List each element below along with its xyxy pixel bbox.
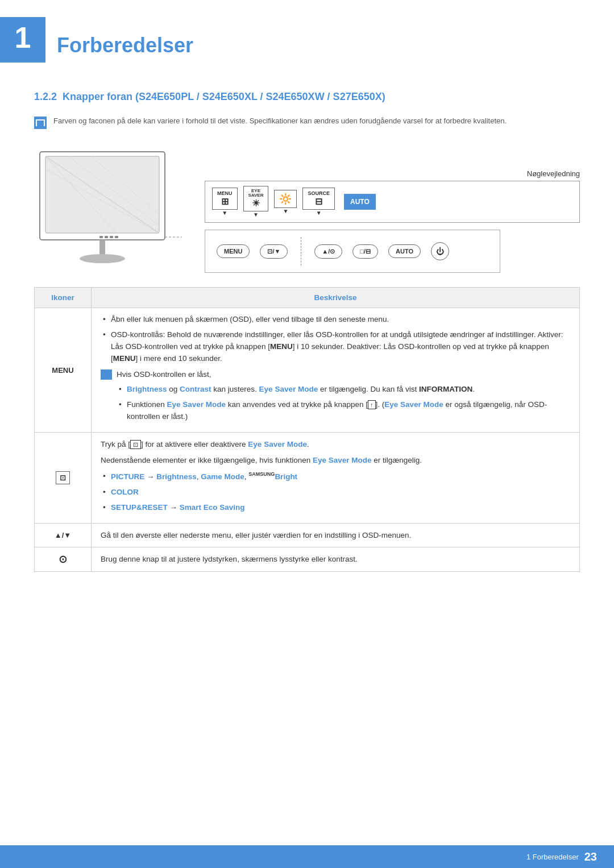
svg-rect-8 <box>105 236 108 238</box>
key-guide-panel: MENU ⊞ ▼ EYE SAVER ☀ ▼ 🔆 ▼ <box>205 181 580 223</box>
menu-key: MENU ⊞ <box>212 188 238 210</box>
section-title: 1.2.2 Knapper foran (S24E650PL / S24E650… <box>34 91 580 103</box>
table-row-menu: MENU Åbn eller luk menuen på skærmen (OS… <box>35 308 580 433</box>
svg-rect-9 <box>110 236 113 238</box>
note-inline-osd: Hvis OSD-kontrollen er låst, <box>101 368 570 381</box>
note-icon <box>34 117 47 129</box>
page-footer: 1 Forberedelser 23 <box>0 845 614 868</box>
front-brightness-btn: ▲/⊙ <box>314 244 342 259</box>
auto-key: AUTO <box>344 194 376 210</box>
table-header-beskrivelse: Beskrivelse <box>92 288 580 308</box>
key-guide-label: Nøglevejledning <box>205 169 580 178</box>
section-heading: 1.2.2 Knapper foran (S24E650PL / S24E650… <box>0 80 614 115</box>
front-eyesaver-btn: ⊡/▼ <box>260 244 288 259</box>
icon-updown: ▲/▼ <box>35 523 92 547</box>
brightness-arrow: ▼ <box>283 208 289 214</box>
desc-circle: Brug denne knap til at justere lydstyrke… <box>92 547 580 572</box>
table-row-updown: ▲/▼ Gå til den øverste eller nederste me… <box>35 523 580 547</box>
icon-eyesaver: ⊡ <box>35 433 92 523</box>
eye-saver-key: EYE SAVER ☀ <box>243 186 269 211</box>
note-box: Farven og faconen på dele kan variere i … <box>0 115 614 138</box>
chapter-title: Forberedelser <box>57 22 193 57</box>
desc-menu: Åbn eller luk menuen på skærmen (OSD), e… <box>92 308 580 433</box>
source-key: SOURCE ⊟ <box>302 188 335 210</box>
table-row-eyesaver: ⊡ Tryk på [⊡] for at aktivere eller deak… <box>35 433 580 523</box>
svg-rect-7 <box>99 236 103 238</box>
front-source-btn: □/⊟ <box>352 244 378 259</box>
svg-rect-10 <box>115 236 118 238</box>
page-header: 1 Forberedelser <box>0 0 614 74</box>
eye-saver-arrow: ▼ <box>253 211 259 218</box>
source-arrow: ▼ <box>316 210 322 216</box>
front-menu-btn: MENU <box>217 244 250 258</box>
footer-page-number: 23 <box>584 850 597 863</box>
brightness-key: 🔆 <box>274 190 297 208</box>
desc-eyesaver: Tryk på [⊡] for at aktivere eller deakti… <box>92 433 580 523</box>
desc-updown: Gå til den øverste eller nederste menu, … <box>92 523 580 547</box>
note-inline-text: Hvis OSD-kontrollen er låst, <box>117 368 211 381</box>
chapter-number-block: 1 <box>0 17 45 63</box>
footer-text: 1 Forberedelser <box>526 853 579 861</box>
svg-point-12 <box>80 254 125 263</box>
note-inline-icon <box>101 369 112 380</box>
front-auto-btn: AUTO <box>388 244 421 258</box>
table-header-icons: Ikoner <box>35 288 92 308</box>
table-row-circle: ⊙ Brug denne knap til at justere lydstyr… <box>35 547 580 572</box>
icon-menu: MENU <box>35 308 92 433</box>
chapter-number: 1 <box>15 23 31 52</box>
front-power-btn: ⏻ <box>431 242 449 260</box>
main-table: Ikoner Beskrivelse MENU Åbn eller luk me… <box>34 287 580 572</box>
dashed-divider <box>301 237 301 265</box>
menu-arrow: ▼ <box>222 210 227 216</box>
icon-circle: ⊙ <box>35 547 92 572</box>
key-guide-container: Nøglevejledning MENU ⊞ ▼ EYE SAVER ☀ ▼ <box>205 169 580 273</box>
note-text: Farven og faconen på dele kan variere i … <box>53 115 507 127</box>
front-buttons-row: MENU ⊡/▼ ▲/⊙ □/⊟ AUTO ⏻ <box>205 230 500 273</box>
monitor-diagram <box>34 146 182 273</box>
diagram-area: Nøglevejledning MENU ⊞ ▼ EYE SAVER ☀ ▼ <box>0 138 614 281</box>
